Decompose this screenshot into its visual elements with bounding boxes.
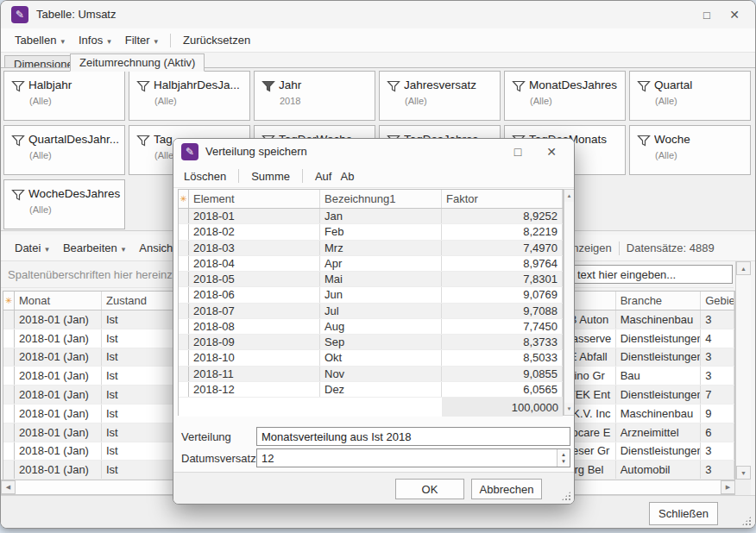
- dialog-vertical-scrollbar[interactable]: ▲ ▼: [564, 189, 575, 416]
- column-header-faktor[interactable]: Faktor: [442, 190, 563, 208]
- data-table-right-header: Branche Gebiet: [560, 292, 734, 310]
- table-row[interactable]: Wasserve Dienstleistungen 4: [560, 329, 734, 348]
- table-row[interactable]: burg Bel Automobil 3: [560, 461, 734, 480]
- arrow-down-icon: ▼: [567, 406, 572, 411]
- scroll-up-button[interactable]: ▲: [736, 261, 751, 275]
- row-marker-header[interactable]: ✳: [179, 190, 189, 208]
- menu-auf[interactable]: Auf: [308, 166, 339, 186]
- menu-infos[interactable]: Infos▾: [72, 30, 118, 50]
- spin-up-icon[interactable]: ▲: [561, 451, 566, 458]
- table-row[interactable]: 2018-06 Jun 9,0769: [179, 287, 563, 303]
- menu-bearbeiten[interactable]: Bearbeiten▾: [56, 238, 132, 258]
- table-row[interactable]: airino Gr Bau 3: [560, 367, 734, 386]
- table-row[interactable]: 2018-01 (Jan) Ist: [3, 367, 198, 386]
- table-row[interactable]: B.K.V. Inc Maschinenbau 9: [560, 404, 734, 423]
- gebiet-cell: 7: [701, 386, 734, 404]
- column-header-gebiet[interactable]: Gebiet: [701, 292, 734, 310]
- menu-zuruecksetzen[interactable]: Zurücksetzen: [176, 30, 257, 50]
- filter-card[interactable]: HalbjahrDesJa... (Alle): [129, 71, 250, 121]
- datumsversatz-input[interactable]: [256, 448, 570, 467]
- scroll-down-button[interactable]: ▼: [736, 466, 751, 480]
- scroll-right-button[interactable]: ▶: [721, 480, 735, 494]
- table-row[interactable]: 2018-09 Sep 8,3733: [179, 335, 563, 350]
- filter-card[interactable]: QuartalDesJahr... (Alle): [3, 125, 125, 175]
- table-row[interactable]: 2018-01 (Jan) Ist: [3, 423, 198, 442]
- element-cell: 2018-10: [189, 350, 320, 365]
- column-header-element[interactable]: Element: [189, 190, 320, 208]
- monat-cell: 2018-01 (Jan): [15, 461, 102, 479]
- dialog-menubar: Löschen Summe Auf Ab: [173, 165, 574, 188]
- filter-card[interactable]: Quartal (Alle): [629, 71, 751, 121]
- dialog-close-button[interactable]: ✕: [538, 139, 565, 165]
- menu-summe[interactable]: Summe: [244, 166, 297, 186]
- scroll-up-button[interactable]: ▲: [564, 190, 574, 202]
- table-row[interactable]: AB Auton Maschinenbau 3: [560, 310, 734, 329]
- faktor-cell: 6,0565: [442, 382, 563, 397]
- table-row[interactable]: 2018-01 (Jan) Ist: [3, 442, 198, 461]
- resize-grip-icon[interactable]: [561, 491, 571, 501]
- table-row[interactable]: 2018-08 Aug 7,7450: [179, 319, 563, 335]
- table-row[interactable]: 2018-01 (Jan) Ist: [3, 404, 198, 423]
- gebiet-cell: 3: [701, 442, 734, 461]
- filter-card[interactable]: Jahr 2018: [254, 71, 375, 121]
- table-row[interactable]: 2018-02 Feb 8,2219: [179, 224, 563, 240]
- table-row[interactable]: 2018-07 Jul 9,7088: [179, 304, 563, 319]
- dialog-maximize-button[interactable]: □: [504, 139, 532, 165]
- scroll-left-button[interactable]: ◀: [1, 480, 16, 494]
- menu-loeschen[interactable]: Löschen: [177, 166, 233, 186]
- bezeichnung-cell: Aug: [320, 319, 442, 334]
- filter-card[interactable]: Halbjahr (Alle): [3, 71, 125, 121]
- abbrechen-button[interactable]: Abbrechen: [471, 479, 542, 499]
- spin-down-icon[interactable]: ▼: [561, 458, 566, 465]
- row-marker-cell: [179, 209, 189, 223]
- ok-button[interactable]: OK: [395, 479, 464, 499]
- close-button[interactable]: ✕: [721, 1, 748, 28]
- resize-grip-icon[interactable]: [741, 516, 752, 526]
- table-row[interactable]: 2018-01 Jan 8,9252: [179, 209, 563, 224]
- menu-tabellen[interactable]: Tabellen▾: [8, 30, 72, 50]
- table-row[interactable]: 2018-01 (Jan) Ist: [3, 329, 198, 348]
- faktor-cell: 7,7450: [442, 319, 563, 334]
- menu-ab[interactable]: Ab: [338, 166, 361, 186]
- table-row[interactable]: Weser Gr Dienstleistungen 3: [560, 442, 734, 461]
- vertical-scrollbar[interactable]: ▲ ▼: [735, 261, 751, 480]
- table-row[interactable]: 2018-10 Okt 8,5033: [179, 350, 563, 366]
- table-row[interactable]: 2018-04 Apr 8,9764: [179, 256, 563, 272]
- column-header-monat[interactable]: Monat: [15, 292, 102, 310]
- faktor-cell: 8,9764: [442, 256, 563, 271]
- column-header-bezeichnung1[interactable]: Bezeichnung1: [320, 190, 442, 208]
- table-row[interactable]: 2018-01 (Jan) Ist: [3, 386, 198, 404]
- bezeichnung-cell: Mrz: [320, 241, 442, 255]
- row-marker-cell: [3, 329, 15, 348]
- schliessen-button[interactable]: Schließen: [649, 502, 718, 525]
- funnel-filter-icon: [637, 79, 651, 93]
- datumsversatz-spinner[interactable]: ▲ ▼: [557, 449, 570, 467]
- dialog-title: Verteilung speichern: [205, 145, 307, 158]
- table-row[interactable]: AE Abfall Dienstleistungen 3: [560, 348, 734, 367]
- table-row[interactable]: 2018-11 Nov 9,0855: [179, 367, 563, 382]
- maximize-button[interactable]: □: [693, 1, 721, 28]
- row-marker-header[interactable]: ✳: [3, 292, 15, 310]
- filter-card[interactable]: Woche (Alle): [629, 125, 751, 175]
- table-row[interactable]: 2018-12 Dez 6,0565: [179, 382, 563, 398]
- filter-card[interactable]: Jahresversatz (Alle): [379, 71, 501, 121]
- menu-filter[interactable]: Filter▾: [118, 30, 165, 50]
- search-input[interactable]: [571, 265, 733, 284]
- verteilung-input[interactable]: [256, 427, 570, 446]
- column-header-branche[interactable]: Branche: [616, 292, 701, 310]
- table-row[interactable]: 2018-05 Mai 7,8301: [179, 272, 563, 287]
- table-row[interactable]: Biocare E Arzneimittel 6: [560, 423, 734, 442]
- scroll-down-button[interactable]: ▼: [564, 403, 574, 415]
- filter-card[interactable]: WocheDesJahres (Alle): [3, 179, 125, 229]
- menu-datei[interactable]: Datei▾: [8, 238, 56, 258]
- faktor-table: ✳ Element Bezeichnung1 Faktor 2018-01 Ja…: [178, 189, 564, 416]
- funnel-filter-icon: [261, 79, 275, 93]
- table-row[interactable]: ATEK Ent Dienstleistungen 7: [560, 386, 734, 404]
- filter-card[interactable]: MonatDesJahres (Alle): [504, 71, 626, 121]
- table-row[interactable]: 2018-01 (Jan) Ist: [3, 461, 198, 480]
- main-window-title: Tabelle: Umsatz: [36, 8, 116, 21]
- table-row[interactable]: 2018-01 (Jan) Ist: [3, 310, 198, 329]
- tab-zeitumrechnung[interactable]: Zeitumrechnung (Aktiv): [70, 53, 205, 72]
- table-row[interactable]: 2018-03 Mrz 7,4970: [179, 241, 563, 256]
- table-row[interactable]: 2018-01 (Jan) Ist: [3, 348, 198, 367]
